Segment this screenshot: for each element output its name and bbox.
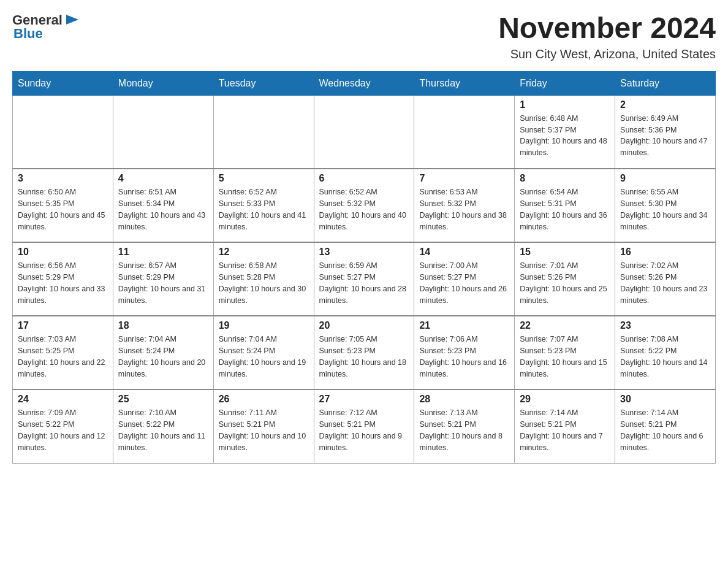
weekday-header-friday: Friday <box>515 71 615 95</box>
calendar-cell: 18Sunrise: 7:04 AMSunset: 5:24 PMDayligh… <box>113 316 213 389</box>
day-info: Sunrise: 6:55 AMSunset: 5:30 PMDaylight:… <box>620 186 710 232</box>
calendar-cell: 15Sunrise: 7:01 AMSunset: 5:26 PMDayligh… <box>515 242 615 316</box>
calendar-cell: 12Sunrise: 6:58 AMSunset: 5:28 PMDayligh… <box>213 242 314 316</box>
calendar-cell: 19Sunrise: 7:04 AMSunset: 5:24 PMDayligh… <box>213 316 314 389</box>
logo: General Blue <box>12 12 81 42</box>
logo-text-blue: Blue <box>13 26 43 42</box>
day-number: 21 <box>419 320 509 331</box>
calendar-cell: 20Sunrise: 7:05 AMSunset: 5:23 PMDayligh… <box>314 316 414 389</box>
day-info: Sunrise: 7:02 AMSunset: 5:26 PMDaylight:… <box>620 260 710 306</box>
calendar-cell: 8Sunrise: 6:54 AMSunset: 5:31 PMDaylight… <box>515 169 615 242</box>
title-section: November 2024 Sun City West, Arizona, Un… <box>498 12 716 61</box>
calendar-week-3: 10Sunrise: 6:56 AMSunset: 5:29 PMDayligh… <box>13 242 716 316</box>
calendar-cell: 30Sunrise: 7:14 AMSunset: 5:21 PMDayligh… <box>615 389 716 463</box>
day-info: Sunrise: 7:06 AMSunset: 5:23 PMDaylight:… <box>419 334 509 380</box>
weekday-header-monday: Monday <box>113 71 213 95</box>
day-info: Sunrise: 6:52 AMSunset: 5:33 PMDaylight:… <box>219 186 309 232</box>
day-number: 1 <box>520 99 610 110</box>
weekday-header-saturday: Saturday <box>615 71 716 95</box>
logo-icon <box>64 11 81 28</box>
calendar-cell: 1Sunrise: 6:48 AMSunset: 5:37 PMDaylight… <box>515 95 615 169</box>
svg-marker-0 <box>66 15 78 25</box>
day-number: 6 <box>319 173 409 184</box>
day-info: Sunrise: 6:48 AMSunset: 5:37 PMDaylight:… <box>520 113 610 159</box>
calendar-cell: 27Sunrise: 7:12 AMSunset: 5:21 PMDayligh… <box>314 389 414 463</box>
calendar-cell: 16Sunrise: 7:02 AMSunset: 5:26 PMDayligh… <box>615 242 716 316</box>
page-header: General Blue November 2024 Sun City West… <box>12 12 716 61</box>
day-number: 11 <box>118 247 208 258</box>
calendar-cell: 14Sunrise: 7:00 AMSunset: 5:27 PMDayligh… <box>414 242 515 316</box>
day-info: Sunrise: 6:57 AMSunset: 5:29 PMDaylight:… <box>118 260 208 306</box>
day-number: 3 <box>18 173 108 184</box>
calendar-week-1: 1Sunrise: 6:48 AMSunset: 5:37 PMDaylight… <box>13 95 716 169</box>
calendar-cell: 25Sunrise: 7:10 AMSunset: 5:22 PMDayligh… <box>113 389 213 463</box>
day-info: Sunrise: 6:50 AMSunset: 5:35 PMDaylight:… <box>18 186 108 232</box>
day-info: Sunrise: 7:14 AMSunset: 5:21 PMDaylight:… <box>620 407 710 453</box>
calendar-cell: 28Sunrise: 7:13 AMSunset: 5:21 PMDayligh… <box>414 389 515 463</box>
day-number: 5 <box>219 173 309 184</box>
calendar-cell: 24Sunrise: 7:09 AMSunset: 5:22 PMDayligh… <box>13 389 113 463</box>
day-info: Sunrise: 6:49 AMSunset: 5:36 PMDaylight:… <box>620 113 710 159</box>
day-number: 19 <box>219 320 309 331</box>
calendar-cell <box>13 95 113 169</box>
calendar-cell: 13Sunrise: 6:59 AMSunset: 5:27 PMDayligh… <box>314 242 414 316</box>
day-info: Sunrise: 7:12 AMSunset: 5:21 PMDaylight:… <box>319 407 409 453</box>
day-number: 16 <box>620 247 710 258</box>
day-info: Sunrise: 7:00 AMSunset: 5:27 PMDaylight:… <box>419 260 509 306</box>
day-number: 27 <box>319 394 409 405</box>
calendar-body: 1Sunrise: 6:48 AMSunset: 5:37 PMDaylight… <box>13 95 716 463</box>
day-info: Sunrise: 7:08 AMSunset: 5:22 PMDaylight:… <box>620 334 710 380</box>
location-title: Sun City West, Arizona, United States <box>498 47 716 61</box>
day-number: 23 <box>620 320 710 331</box>
day-info: Sunrise: 7:03 AMSunset: 5:25 PMDaylight:… <box>18 334 108 380</box>
calendar-cell <box>113 95 213 169</box>
day-info: Sunrise: 7:10 AMSunset: 5:22 PMDaylight:… <box>118 407 208 453</box>
day-info: Sunrise: 7:05 AMSunset: 5:23 PMDaylight:… <box>319 334 409 380</box>
weekday-header-sunday: Sunday <box>13 71 113 95</box>
calendar-cell: 4Sunrise: 6:51 AMSunset: 5:34 PMDaylight… <box>113 169 213 242</box>
calendar-cell: 21Sunrise: 7:06 AMSunset: 5:23 PMDayligh… <box>414 316 515 389</box>
day-number: 12 <box>219 247 309 258</box>
calendar-cell: 26Sunrise: 7:11 AMSunset: 5:21 PMDayligh… <box>213 389 314 463</box>
day-number: 13 <box>319 247 409 258</box>
day-info: Sunrise: 7:07 AMSunset: 5:23 PMDaylight:… <box>520 334 610 380</box>
day-info: Sunrise: 7:09 AMSunset: 5:22 PMDaylight:… <box>18 407 108 453</box>
day-info: Sunrise: 7:14 AMSunset: 5:21 PMDaylight:… <box>520 407 610 453</box>
calendar-cell: 29Sunrise: 7:14 AMSunset: 5:21 PMDayligh… <box>515 389 615 463</box>
day-number: 26 <box>219 394 309 405</box>
day-number: 30 <box>620 394 710 405</box>
calendar-cell: 22Sunrise: 7:07 AMSunset: 5:23 PMDayligh… <box>515 316 615 389</box>
day-number: 14 <box>419 247 509 258</box>
weekday-header-thursday: Thursday <box>414 71 515 95</box>
day-info: Sunrise: 6:53 AMSunset: 5:32 PMDaylight:… <box>419 186 509 232</box>
calendar-table: SundayMondayTuesdayWednesdayThursdayFrid… <box>12 71 716 464</box>
day-info: Sunrise: 6:51 AMSunset: 5:34 PMDaylight:… <box>118 186 208 232</box>
day-number: 29 <box>520 394 610 405</box>
weekday-header-row: SundayMondayTuesdayWednesdayThursdayFrid… <box>13 71 716 95</box>
day-number: 25 <box>118 394 208 405</box>
day-number: 28 <box>419 394 509 405</box>
day-number: 18 <box>118 320 208 331</box>
calendar-cell: 17Sunrise: 7:03 AMSunset: 5:25 PMDayligh… <box>13 316 113 389</box>
calendar-cell: 5Sunrise: 6:52 AMSunset: 5:33 PMDaylight… <box>213 169 314 242</box>
day-number: 15 <box>520 247 610 258</box>
calendar-week-2: 3Sunrise: 6:50 AMSunset: 5:35 PMDaylight… <box>13 169 716 242</box>
day-info: Sunrise: 6:59 AMSunset: 5:27 PMDaylight:… <box>319 260 409 306</box>
day-info: Sunrise: 6:52 AMSunset: 5:32 PMDaylight:… <box>319 186 409 232</box>
day-info: Sunrise: 7:01 AMSunset: 5:26 PMDaylight:… <box>520 260 610 306</box>
day-info: Sunrise: 7:13 AMSunset: 5:21 PMDaylight:… <box>419 407 509 453</box>
calendar-week-5: 24Sunrise: 7:09 AMSunset: 5:22 PMDayligh… <box>13 389 716 463</box>
day-info: Sunrise: 6:56 AMSunset: 5:29 PMDaylight:… <box>18 260 108 306</box>
calendar-cell: 9Sunrise: 6:55 AMSunset: 5:30 PMDaylight… <box>615 169 716 242</box>
day-info: Sunrise: 6:58 AMSunset: 5:28 PMDaylight:… <box>219 260 309 306</box>
day-number: 22 <box>520 320 610 331</box>
day-number: 10 <box>18 247 108 258</box>
calendar-cell: 23Sunrise: 7:08 AMSunset: 5:22 PMDayligh… <box>615 316 716 389</box>
calendar-cell <box>414 95 515 169</box>
weekday-header-tuesday: Tuesday <box>213 71 314 95</box>
calendar-cell: 7Sunrise: 6:53 AMSunset: 5:32 PMDaylight… <box>414 169 515 242</box>
day-number: 9 <box>620 173 710 184</box>
day-number: 7 <box>419 173 509 184</box>
calendar-cell <box>213 95 314 169</box>
day-info: Sunrise: 6:54 AMSunset: 5:31 PMDaylight:… <box>520 186 610 232</box>
